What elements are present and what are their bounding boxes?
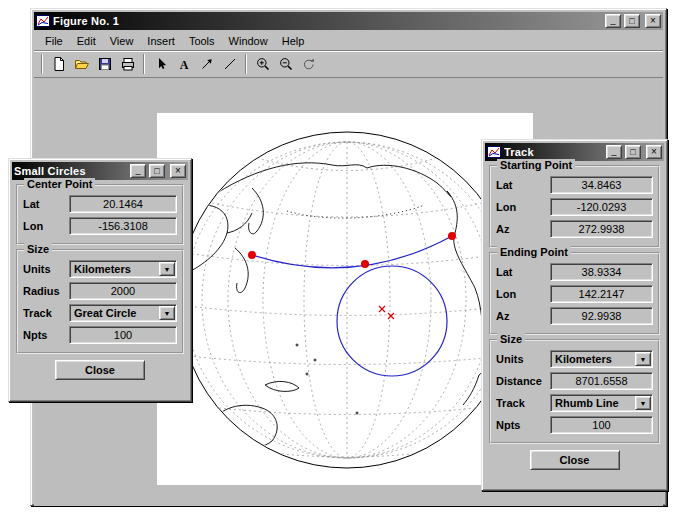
minimize-button[interactable]: _ [605,14,621,28]
lon-value: -120.0293 [577,201,627,213]
lat-field[interactable]: 34.8463 [550,176,653,194]
track-dialog-icon [487,145,501,159]
lat-field[interactable]: 20.1464 [69,195,177,213]
menu-view[interactable]: View [103,33,141,49]
zoom-in-button[interactable] [251,53,274,75]
npts-value: 100 [114,329,132,341]
track-dropdown[interactable]: Rhumb Line ▼ [550,394,653,412]
az-field[interactable]: 92.9938 [550,307,653,325]
lon-field[interactable]: -120.0293 [550,198,653,216]
rotate-3d-button[interactable] [297,53,320,75]
close-button[interactable]: × [170,164,186,178]
menu-tools[interactable]: Tools [182,33,222,49]
open-file-button[interactable] [70,53,93,75]
print-icon [120,56,136,72]
track-label: Track [496,397,550,409]
units-label: Units [496,353,550,365]
units-dropdown[interactable]: Kilometers ▼ [69,260,177,278]
menu-insert[interactable]: Insert [140,33,182,49]
maximize-button[interactable]: □ [624,14,640,28]
text-tool-icon: A [176,56,192,72]
units-value: Kilometers [551,351,634,367]
menu-file[interactable]: File [38,33,70,49]
lon-value: -156.3108 [98,220,148,232]
map-axes [157,113,533,485]
print-button[interactable] [116,53,139,75]
lon-value: 142.2147 [579,288,625,300]
new-file-button[interactable] [47,53,70,75]
dropdown-arrow-icon[interactable]: ▼ [635,352,651,366]
lat-value: 34.8463 [582,179,622,191]
lat-field[interactable]: 38.9334 [550,263,653,281]
zoom-out-icon [278,56,294,72]
close-icon: × [175,165,181,177]
units-label: Units [23,263,69,275]
close-icon: × [651,146,657,158]
npts-row: Npts 100 [496,416,653,434]
track-dialog: Track _ □ × Starting Point Lat 34.8463 L… [481,139,668,491]
menu-window[interactable]: Window [222,33,275,49]
az-label: Az [496,223,550,235]
distance-value: 8701.6558 [576,375,628,387]
line-tool-button[interactable] [218,53,241,75]
small-circles-dialog: Small Circles _ □ × Center Point Lat 20.… [8,158,192,402]
az-label: Az [496,310,550,322]
lat-value: 20.1464 [103,198,143,210]
radius-label: Radius [23,285,69,297]
save-icon [97,56,113,72]
track-dropdown[interactable]: Great Circle ▼ [69,304,177,322]
close-button[interactable]: × [646,145,662,159]
lat-row: Lat 34.8463 [496,176,653,194]
radius-field[interactable]: 2000 [69,282,177,300]
lon-label: Lon [23,220,69,232]
minimize-button[interactable]: _ [130,164,146,178]
az-row: Az 272.9938 [496,220,653,238]
close-dialog-button[interactable]: Close [530,450,620,470]
dropdown-arrow-icon[interactable]: ▼ [159,262,175,276]
distance-field[interactable]: 8701.6558 [550,372,653,390]
text-tool-button[interactable]: A [172,53,195,75]
group-legend: Size [24,243,52,255]
maximize-icon: □ [630,146,635,158]
save-button[interactable] [93,53,116,75]
figure-titlebar[interactable]: Figure No. 1 _ □ × [34,12,663,30]
pointer-icon [153,56,169,72]
maximize-icon: □ [154,165,159,177]
maximize-button[interactable]: □ [625,145,641,159]
track-value: Great Circle [70,305,158,321]
npts-field[interactable]: 100 [69,326,177,344]
close-button[interactable]: × [645,14,661,28]
dropdown-arrow-icon[interactable]: ▼ [159,306,175,320]
npts-value: 100 [592,419,610,431]
az-field[interactable]: 272.9938 [550,220,653,238]
track-label: Track [23,307,69,319]
lon-row: Lon 142.2147 [496,285,653,303]
lat-row: Lat 38.9334 [496,263,653,281]
lon-field[interactable]: -156.3108 [69,217,177,235]
close-dialog-button[interactable]: Close [55,360,145,380]
figure-window-icon [36,14,50,28]
size-group: Size Units Kilometers ▼ Radius 2000 Trac… [16,249,184,354]
minimize-button[interactable]: _ [606,145,622,159]
menu-edit[interactable]: Edit [70,33,103,49]
menu-help[interactable]: Help [275,33,312,49]
zoom-out-button[interactable] [274,53,297,75]
units-dropdown[interactable]: Kilometers ▼ [550,350,653,368]
npts-label: Npts [23,329,69,341]
dialog-title: Small Circles [14,165,127,177]
arrow-tool-button[interactable] [195,53,218,75]
menubar: File Edit View Insert Tools Window Help [34,31,663,51]
open-folder-icon [74,56,90,72]
dropdown-arrow-icon[interactable]: ▼ [635,396,651,410]
az-value: 272.9938 [579,223,625,235]
line-tool-icon [222,56,238,72]
lon-field[interactable]: 142.2147 [550,285,653,303]
zoom-in-icon [255,56,271,72]
new-file-icon [51,56,67,72]
minimize-icon: _ [135,164,140,176]
pointer-tool-button[interactable] [149,53,172,75]
maximize-button[interactable]: □ [149,164,165,178]
npts-field[interactable]: 100 [550,416,653,434]
npts-row: Npts 100 [23,326,177,344]
track-value: Rhumb Line [551,395,634,411]
